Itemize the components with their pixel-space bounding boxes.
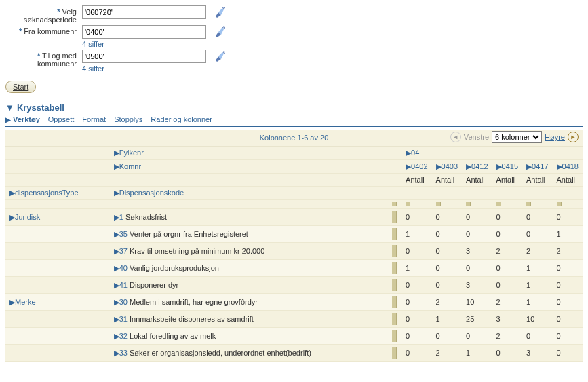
table-row: ▶Juridisk▶1 Søknadsfrist000000 — [5, 209, 583, 226]
data-cell: 0 — [553, 209, 583, 226]
flashlight-icon[interactable] — [214, 26, 225, 37]
data-cell: 0 — [432, 226, 462, 243]
row-code[interactable]: ▶30 Medlem i samdrift, har egne grovfôrd… — [110, 294, 388, 311]
start-button[interactable]: Start — [5, 81, 36, 93]
data-cell: 1 — [522, 294, 552, 311]
data-cell: 0 — [553, 328, 583, 345]
data-cell: 0 — [432, 277, 462, 294]
data-cell: 0 — [462, 209, 492, 226]
data-cell: 1 — [462, 345, 492, 362]
fylkenr-value[interactable]: ▶04 — [401, 147, 583, 160]
crosstab: Kolonnene 1-6 av 20 ◄ Venstre 6 kolonner… — [5, 130, 583, 362]
data-cell: 0 — [462, 328, 492, 345]
data-cell: 2 — [492, 243, 522, 260]
from-hint: 4 siffer — [82, 40, 225, 48]
data-cell: 0 — [432, 328, 462, 345]
komnr-header[interactable]: ▶Komnr — [114, 162, 141, 170]
flashlight-icon[interactable] — [214, 7, 225, 18]
komnr-col[interactable]: ▶0417 — [522, 160, 552, 174]
table-row: ▶35 Venter på orgnr fra Enhetsregisteret… — [5, 226, 583, 243]
data-cell: 1 — [553, 226, 583, 243]
from-input[interactable] — [82, 25, 206, 39]
triangle-down-icon: ▼ — [5, 102, 14, 113]
svg-line-4 — [224, 9, 225, 9]
antall-header: Antall — [462, 174, 492, 187]
svg-line-14 — [224, 53, 225, 54]
data-cell: 0 — [401, 311, 431, 328]
data-cell: 2 — [432, 345, 462, 362]
komnr-col[interactable]: ▶0402 — [401, 160, 431, 174]
row-code[interactable]: ▶32 Lokal foredling av av melk — [110, 328, 388, 345]
data-cell: 0 — [401, 294, 431, 311]
data-cell: 2 — [553, 243, 583, 260]
data-cell: 1 — [432, 311, 462, 328]
table-row: ▶41 Disponerer dyr003010 — [5, 277, 583, 294]
data-cell: 0 — [462, 260, 492, 277]
data-cell: 0 — [522, 209, 552, 226]
data-cell: 3 — [522, 345, 552, 362]
data-cell: 3 — [462, 243, 492, 260]
data-cell: 0 — [553, 277, 583, 294]
data-cell: 0 — [401, 328, 431, 345]
antall-header: Antall — [401, 174, 431, 187]
data-cell: 10 — [462, 294, 492, 311]
crosstab-toolbar: ▶Verktøy Oppsett Format Stopplys Rader o… — [5, 115, 583, 127]
disp-type-header[interactable]: ▶dispensasjonsType — [5, 187, 110, 200]
group-type[interactable]: ▶Merke — [5, 294, 110, 311]
row-code[interactable]: ▶37 Krav til omsetning på minimum kr 20.… — [110, 243, 388, 260]
pager-right-icon[interactable]: ► — [568, 132, 579, 142]
to-hint: 4 siffer — [82, 64, 225, 73]
fylkenr-header[interactable]: ▶Fylkenr — [114, 149, 144, 157]
data-cell: 3 — [492, 311, 522, 328]
toolbar-rader[interactable]: Rader og kolonner — [151, 115, 212, 123]
group-type[interactable]: ▶Juridisk — [5, 209, 110, 226]
data-cell: 0 — [432, 260, 462, 277]
toolbar-format[interactable]: Format — [82, 115, 106, 123]
row-code[interactable]: ▶41 Disponerer dyr — [110, 277, 388, 294]
column-pager: Kolonnene 1-6 av 20 ◄ Venstre 6 kolonner… — [5, 130, 583, 147]
data-cell: 0 — [401, 277, 431, 294]
period-input[interactable] — [82, 5, 206, 19]
pager-columns-select[interactable]: 6 kolonner — [492, 131, 542, 143]
data-cell: 0 — [553, 294, 583, 311]
row-code[interactable]: ▶33 Søker er organisasjonsledd, underord… — [110, 345, 388, 362]
to-input[interactable] — [82, 50, 206, 63]
row-code[interactable]: ▶40 Vanlig jordbruksproduksjon — [110, 260, 388, 277]
pager-left-icon: ◄ — [450, 132, 461, 142]
data-cell: 0 — [522, 328, 552, 345]
data-cell: 3 — [462, 277, 492, 294]
data-cell: 1 — [401, 260, 431, 277]
table-row: ▶32 Lokal foredling av av melk000200 — [5, 328, 583, 345]
row-code[interactable]: ▶1 Søknadsfrist — [110, 209, 388, 226]
komnr-col[interactable]: ▶0412 — [462, 160, 492, 174]
data-cell: 0 — [492, 345, 522, 362]
period-label: * Velg søknadsperiode — [5, 5, 82, 24]
data-cell: 0 — [401, 209, 431, 226]
row-code[interactable]: ▶35 Venter på orgnr fra Enhetsregisteret — [110, 226, 388, 243]
data-cell: 0 — [553, 260, 583, 277]
data-cell: 1 — [522, 260, 552, 277]
data-cell: 10 — [522, 311, 552, 328]
toolbar-stopplys[interactable]: Stopplys — [114, 115, 142, 123]
toolbar-oppsett[interactable]: Oppsett — [48, 115, 75, 123]
svg-line-9 — [224, 28, 225, 29]
toolbar-verktoy[interactable]: ▶Verktøy — [5, 115, 40, 123]
row-code[interactable]: ▶31 Innmarksbeite disponeres av samdrift — [110, 311, 388, 328]
komnr-col[interactable]: ▶0418 — [553, 160, 583, 174]
data-cell: 1 — [401, 226, 431, 243]
disp-kode-header[interactable]: ▶Dispensasjonskode — [110, 187, 388, 200]
data-cell: 2 — [522, 243, 552, 260]
antall-header: Antall — [522, 174, 552, 187]
data-cell: 0 — [492, 260, 522, 277]
komnr-col[interactable]: ▶0403 — [432, 160, 462, 174]
data-cell: 0 — [492, 209, 522, 226]
pager-right-label[interactable]: Høyre — [545, 133, 565, 141]
komnr-col[interactable]: ▶0415 — [492, 160, 522, 174]
from-label: * Fra kommunenr — [5, 25, 82, 35]
table-row: ▶33 Søker er organisasjonsledd, underord… — [5, 345, 583, 362]
data-cell: 1 — [522, 277, 552, 294]
data-cell: 0 — [553, 311, 583, 328]
table-row: ▶Merke▶30 Medlem i samdrift, har egne gr… — [5, 294, 583, 311]
data-cell: 0 — [492, 277, 522, 294]
flashlight-icon[interactable] — [214, 51, 225, 62]
